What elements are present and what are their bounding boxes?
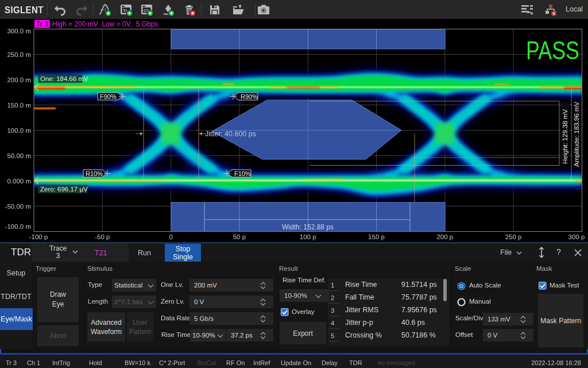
svg-text:Zero: 696.17 µV: Zero: 696.17 µV (40, 186, 88, 193)
svg-text:High = 200 mV Low = 0V, 5 Gb: High = 200 mV Low = 0V, 5 Gbps (52, 20, 158, 28)
svg-text:300 p: 300 p (568, 233, 585, 240)
svg-text:100.0 m: 100.0 m (7, 127, 31, 134)
svg-text:F90%: F90% (100, 93, 117, 100)
svg-text:100 p: 100 p (300, 233, 316, 240)
svg-text:200.0 m: 200.0 m (7, 76, 31, 83)
svg-text:-100.0 m: -100.0 m (5, 223, 31, 230)
svg-text:F10%: F10% (234, 170, 251, 177)
svg-text:50.00 m: 50.00 m (7, 152, 31, 159)
svg-text:Height: 129.38 mV: Height: 129.38 mV (562, 109, 568, 164)
svg-text:Width: 152.88 ps: Width: 152.88 ps (282, 223, 334, 231)
svg-text:PASS: PASS (526, 36, 579, 64)
svg-text:0.000 m: 0.000 m (7, 178, 31, 185)
svg-text:200 p: 200 p (436, 233, 453, 240)
svg-text:Tr 3: Tr 3 (36, 20, 48, 28)
svg-text:Amplitude: 183.96 mV: Amplitude: 183.96 mV (573, 102, 580, 167)
svg-text:Jitter: 40.600 ps: Jitter: 40.600 ps (205, 130, 256, 138)
svg-text:300.0 m: 300.0 m (7, 28, 31, 34)
svg-text:R90%: R90% (241, 93, 258, 100)
svg-text:150 p: 150 p (368, 233, 385, 240)
svg-text:250.0 m: 250.0 m (7, 51, 31, 58)
svg-text:-100 p: -100 p (29, 233, 48, 240)
svg-text:250 p: 250 p (505, 233, 522, 240)
svg-text:-50 p: -50 p (95, 233, 110, 240)
svg-text:50 p: 50 p (233, 233, 246, 240)
svg-text:-50.00 m: -50.00 m (5, 203, 31, 210)
svg-text:R10%: R10% (86, 170, 103, 177)
svg-text:0: 0 (169, 233, 172, 240)
svg-text:150.0 m: 150.0 m (7, 102, 31, 109)
svg-text:One: 184.66 mV: One: 184.66 mV (40, 75, 88, 82)
